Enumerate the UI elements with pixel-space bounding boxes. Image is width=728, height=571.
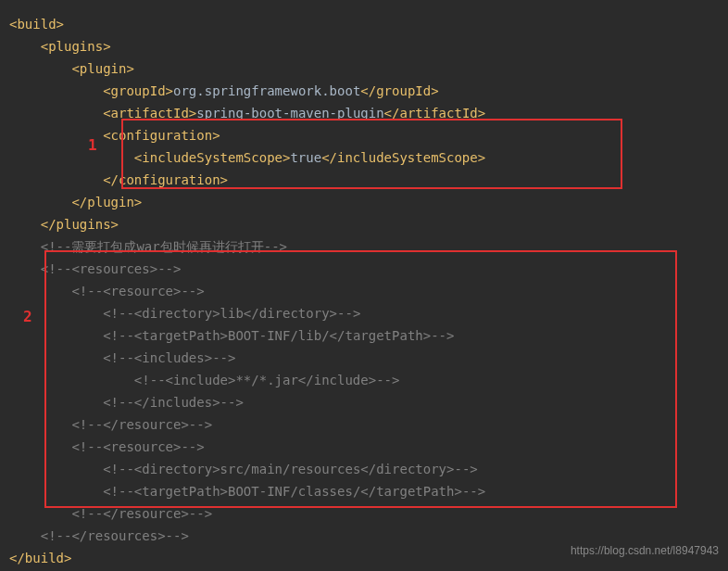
code-line: <!--<resources>--> <box>9 258 719 280</box>
code-line: <plugins> <box>9 35 719 57</box>
code-line: <!--</resource>--> <box>9 413 719 436</box>
code-line: <!--<directory>src/main/resources</direc… <box>9 458 719 480</box>
code-line: <configuration> <box>9 124 719 146</box>
code-line: <build> <box>9 13 719 35</box>
code-line: <artifactId>spring-boot-maven-plugin</ar… <box>9 102 719 124</box>
code-line: <includeSystemScope>true</includeSystemS… <box>9 146 719 169</box>
code-line: </configuration> <box>9 169 719 191</box>
code-line: <!--<includes>--> <box>9 347 719 369</box>
code-line: <!--</resource>--> <box>9 502 719 525</box>
annotation-label-2: 2 <box>23 306 32 328</box>
code-line: <!--需要打包成war包时候再进行打开--> <box>9 235 719 258</box>
code-line: <!--</includes>--> <box>9 391 719 413</box>
code-line: <plugin> <box>9 57 719 80</box>
code-line: <!--<targetPath>BOOT-INF/classes/</targe… <box>9 480 719 502</box>
code-line: <!--<resource>--> <box>9 436 719 458</box>
code-line: <!--<include>**/*.jar</include>--> <box>9 369 719 391</box>
code-line: <groupId>org.springframework.boot</group… <box>9 80 719 102</box>
code-editor[interactable]: <build> <plugins> <plugin> <groupId>org.… <box>9 13 719 569</box>
code-line: <!--<resource>--> <box>9 280 719 302</box>
code-line: </plugin> <box>9 191 719 213</box>
watermark-text: https://blog.csdn.net/l8947943 <box>571 539 719 562</box>
code-line: <!--<targetPath>BOOT-INF/lib/</targetPat… <box>9 324 719 347</box>
code-line: <!--<directory>lib</directory>--> <box>9 302 719 324</box>
annotation-label-1: 1 <box>88 134 97 157</box>
code-line: </plugins> <box>9 213 719 235</box>
